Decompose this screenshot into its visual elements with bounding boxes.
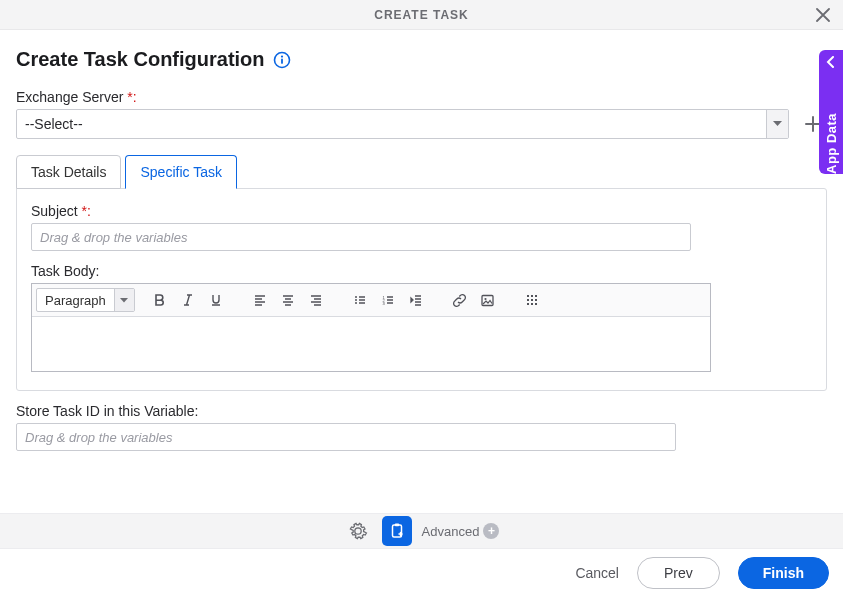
svg-rect-18 <box>531 303 533 305</box>
tab-panel: Subject *: Task Body: Paragraph <box>16 188 827 391</box>
required-mark: *: <box>82 203 91 219</box>
tab-specific-task[interactable]: Specific Task <box>125 155 236 189</box>
plus-circle-icon: + <box>483 523 499 539</box>
link-icon[interactable] <box>447 288 473 312</box>
finish-button[interactable]: Finish <box>738 557 829 589</box>
outdent-icon[interactable] <box>403 288 429 312</box>
chevron-left-icon <box>826 50 836 72</box>
editor-toolbar: Paragraph 123 <box>32 284 710 317</box>
app-data-panel-toggle[interactable]: App Data <box>819 50 843 174</box>
close-icon[interactable] <box>813 5 833 25</box>
exchange-server-label: Exchange Server *: <box>16 89 827 105</box>
svg-point-3 <box>355 296 357 298</box>
required-mark: *: <box>127 89 136 105</box>
cancel-button[interactable]: Cancel <box>575 565 619 581</box>
align-left-icon[interactable] <box>247 288 273 312</box>
page-title: Create Task Configuration <box>16 48 265 71</box>
caret-down-icon[interactable] <box>766 110 788 138</box>
list-ol-icon[interactable]: 123 <box>375 288 401 312</box>
bold-icon[interactable] <box>147 288 173 312</box>
exchange-server-label-text: Exchange Server <box>16 89 123 105</box>
advanced-toggle[interactable]: Advanced + <box>422 523 500 539</box>
exchange-server-row: --Select-- <box>16 109 827 139</box>
store-task-id-label: Store Task ID in this Variable: <box>16 403 827 419</box>
svg-rect-14 <box>527 299 529 301</box>
rich-text-editor: Paragraph 123 <box>31 283 711 372</box>
svg-point-4 <box>355 299 357 301</box>
dialog-header: CREATE TASK <box>0 0 843 30</box>
svg-text:3: 3 <box>382 301 385 306</box>
tabs: Task Details Specific Task <box>16 155 827 189</box>
dialog-title: CREATE TASK <box>374 8 469 22</box>
clipboard-icon[interactable] <box>382 516 412 546</box>
exchange-server-select[interactable]: --Select-- <box>16 109 789 139</box>
editor-body[interactable] <box>32 317 710 371</box>
underline-icon[interactable] <box>203 288 229 312</box>
list-ul-icon[interactable] <box>347 288 373 312</box>
store-task-id-input[interactable] <box>16 423 676 451</box>
align-center-icon[interactable] <box>275 288 301 312</box>
svg-rect-15 <box>531 299 533 301</box>
svg-point-5 <box>355 302 357 304</box>
subject-input[interactable] <box>31 223 691 251</box>
action-bar: Cancel Prev Finish <box>0 549 843 597</box>
tab-task-details[interactable]: Task Details <box>16 155 121 189</box>
paragraph-select-label: Paragraph <box>37 289 114 311</box>
align-right-icon[interactable] <box>303 288 329 312</box>
exchange-server-value: --Select-- <box>17 110 766 138</box>
image-icon[interactable] <box>475 288 501 312</box>
gear-icon[interactable] <box>344 517 372 545</box>
svg-rect-17 <box>527 303 529 305</box>
svg-rect-16 <box>535 299 537 301</box>
svg-rect-11 <box>527 295 529 297</box>
subject-label: Subject *: <box>31 203 812 219</box>
svg-rect-12 <box>531 295 533 297</box>
svg-rect-13 <box>535 295 537 297</box>
italic-icon[interactable] <box>175 288 201 312</box>
svg-point-10 <box>485 297 487 299</box>
footer-toolbar: Advanced + <box>0 513 843 549</box>
svg-rect-21 <box>394 524 398 527</box>
prev-button[interactable]: Prev <box>637 557 720 589</box>
svg-rect-2 <box>281 58 283 63</box>
content-area: Create Task Configuration Exchange Serve… <box>0 30 843 461</box>
paragraph-select[interactable]: Paragraph <box>36 288 135 312</box>
grid-icon[interactable] <box>519 288 545 312</box>
app-data-label: App Data <box>824 72 839 174</box>
caret-down-icon[interactable] <box>114 289 134 311</box>
info-icon[interactable] <box>273 51 291 69</box>
svg-rect-19 <box>535 303 537 305</box>
svg-point-1 <box>280 55 282 57</box>
subject-label-text: Subject <box>31 203 78 219</box>
page-heading: Create Task Configuration <box>16 48 827 71</box>
task-body-label: Task Body: <box>31 263 812 279</box>
advanced-label: Advanced <box>422 524 480 539</box>
